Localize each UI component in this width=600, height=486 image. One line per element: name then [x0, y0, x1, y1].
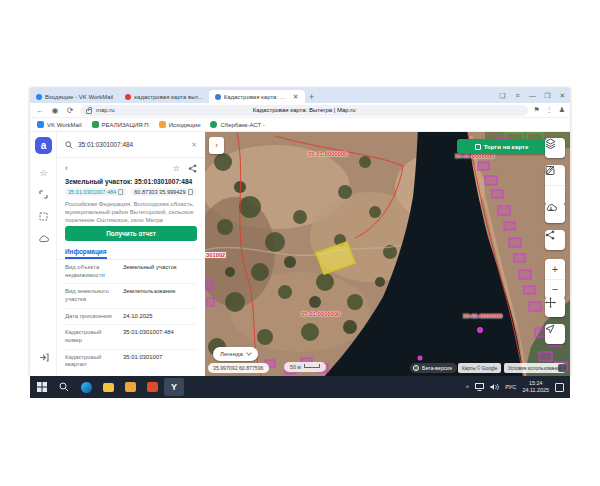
start-button[interactable] — [32, 378, 52, 396]
network-icon[interactable] — [475, 383, 484, 391]
print-button[interactable] — [545, 203, 565, 223]
profile-icon[interactable]: ♟ — [559, 106, 565, 114]
row-label: Дата присвоения — [65, 313, 123, 321]
bookmark-label: Сбербанк-АСТ - — [220, 122, 264, 128]
reload-button[interactable]: ⟳ — [65, 106, 75, 115]
panel-header: ‹ ☆ — [57, 160, 205, 176]
address-bar[interactable]: map.ru Кадастровая карта: Вытегра | Map.… — [80, 105, 528, 116]
tab-cadastral-search[interactable]: кадастровая карта выт... — [119, 90, 208, 103]
extensions-icon[interactable]: ⋮ — [546, 106, 553, 114]
speaker-icon[interactable] — [490, 383, 499, 391]
scale-line — [304, 364, 320, 368]
draw-tools-group — [545, 165, 565, 205]
tab-panel-icon[interactable]: ❏ — [495, 92, 510, 100]
browser-toolbar: ← ◉ ⟳ map.ru Кадастровая карта: Вытегра … — [30, 103, 570, 118]
maps-attribution: Карты © Google — [458, 363, 501, 373]
torgi-button[interactable]: Торги на карте — [457, 139, 546, 154]
bookmark-realization[interactable]: РЕАЛИЗАЦИЯ П — [92, 121, 149, 128]
parcel-title: Земельный участок: 35:01:0301007:484 — [65, 178, 199, 185]
coordinates-chip[interactable]: 60.87303 35.999429 — [131, 188, 195, 196]
clock-date: 24.11.2025 — [522, 387, 549, 394]
bookmark-outbox[interactable]: Исходящие — [159, 121, 201, 128]
new-tab-button[interactable]: + — [305, 90, 319, 103]
beta-label: Бета-версия — [422, 365, 452, 371]
favorite-star-icon[interactable]: ☆ — [173, 164, 180, 173]
corner-widget[interactable] — [558, 364, 566, 372]
maximize-button[interactable]: ❐ — [540, 92, 555, 100]
copy-icon[interactable] — [188, 189, 193, 195]
close-button[interactable]: ✕ — [555, 92, 570, 100]
login-icon[interactable] — [36, 350, 51, 365]
row-label: Кадастровый квартал — [65, 354, 123, 369]
tray-expand-icon[interactable]: ˄ — [466, 384, 470, 390]
share-map-button[interactable] — [545, 230, 565, 250]
taskbar-mail-button[interactable] — [120, 378, 140, 396]
row-value: Землепользование — [123, 288, 197, 303]
taskbar-explorer-button[interactable] — [98, 378, 118, 396]
app-rail: a ☆ — [30, 132, 57, 376]
bookmark-sberbank-ast[interactable]: Сбербанк-АСТ - — [210, 121, 264, 128]
tab-label: Кадастровая карта: В... — [224, 94, 288, 100]
legend-button[interactable]: Легенда — [213, 347, 258, 361]
taskbar-yandex-button[interactable]: Y — [164, 378, 184, 396]
layers-button[interactable] — [545, 138, 565, 158]
satellite-map-image — [205, 132, 570, 376]
collapse-panel-button[interactable]: ‹ — [209, 137, 224, 154]
app-logo[interactable]: a — [35, 137, 52, 154]
notification-center-icon[interactable] — [555, 383, 564, 392]
tab-close-icon[interactable]: ✕ — [293, 93, 299, 101]
back-button[interactable]: ← — [35, 106, 45, 115]
cloud-download-icon — [545, 203, 557, 213]
clear-search-icon[interactable]: ✕ — [191, 141, 197, 149]
menu-icon[interactable]: ≡ — [510, 92, 525, 99]
clock-time: 15:24 — [522, 380, 549, 387]
bookmark-flag-icon[interactable]: ⚑ — [533, 106, 539, 114]
lock-icon — [86, 109, 92, 114]
tab-cadastral-map-active[interactable]: Кадастровая карта: В... ✕ — [209, 90, 305, 103]
zoom-controls: + − — [545, 259, 565, 299]
share-icon[interactable] — [188, 164, 197, 173]
taskbar-clock[interactable]: 15:24 24.11.2025 — [522, 380, 549, 394]
taskbar: Y ˄ РУС 15:24 24.11.2025 — [30, 376, 570, 398]
row-value: Земельный участок — [123, 264, 197, 279]
back-chevron-icon[interactable]: ‹ — [65, 163, 68, 173]
bookmark-vk-workmail[interactable]: VK WorkMail — [37, 121, 82, 128]
measure-icon[interactable] — [36, 187, 51, 202]
cloud-icon[interactable] — [36, 231, 51, 246]
scale-label: 50 м — [290, 364, 301, 370]
folder-icon — [103, 383, 114, 392]
area-select-icon[interactable] — [36, 209, 51, 224]
search-input[interactable]: 35:01:0301007:484 — [78, 141, 186, 148]
parcel-address: Российская Федерация, Вологодская област… — [65, 200, 197, 224]
chips-row: 35:01:0301007:484 60.87303 35.999429 — [65, 188, 196, 196]
bookmark-icon — [92, 121, 99, 128]
favorites-icon[interactable]: ☆ — [36, 165, 51, 180]
info-tab-label: Информация — [65, 248, 106, 255]
location-arrow-icon — [545, 324, 555, 334]
map-canvas[interactable]: 35:01:0000000 35:01:0000000 35:01:000000… — [205, 132, 570, 376]
pan-mode-button[interactable] — [545, 297, 565, 317]
taskbar-edge-button[interactable] — [76, 378, 96, 396]
zoom-in-button[interactable]: + — [545, 259, 565, 279]
cadastral-number-chip[interactable]: 35:01:0301007:484 — [65, 188, 126, 196]
tab-label: Входящие - VK WorkMail — [45, 94, 113, 100]
get-report-button[interactable]: Получить отчет — [65, 226, 197, 241]
info-tab[interactable]: Информация — [57, 245, 205, 260]
search-bar[interactable]: 35:01:0301007:484 ✕ — [57, 132, 205, 158]
chip-text: 35:01:0301007:484 — [68, 189, 116, 195]
cadastral-label-partial: 301002 — [205, 252, 226, 258]
copy-icon[interactable] — [118, 189, 123, 195]
minimize-button[interactable]: — — [525, 92, 540, 99]
scale-bar: 50 м — [284, 362, 326, 372]
zoom-out-button[interactable]: − — [545, 279, 565, 299]
table-row: Дата присвоения 24.10.2025 — [65, 309, 197, 326]
taskbar-app-button[interactable] — [142, 378, 162, 396]
my-location-button[interactable] — [545, 324, 565, 344]
taskbar-search-button[interactable] — [54, 378, 74, 396]
terms-link[interactable]: Условия использования — [504, 363, 565, 373]
tab-label: кадастровая карта выт... — [134, 94, 202, 100]
edit-export-button[interactable] — [545, 185, 565, 205]
language-indicator[interactable]: РУС — [505, 384, 516, 390]
protect-icon[interactable]: ◉ — [50, 106, 60, 115]
tab-vk-workmail[interactable]: Входящие - VK WorkMail — [30, 90, 119, 103]
